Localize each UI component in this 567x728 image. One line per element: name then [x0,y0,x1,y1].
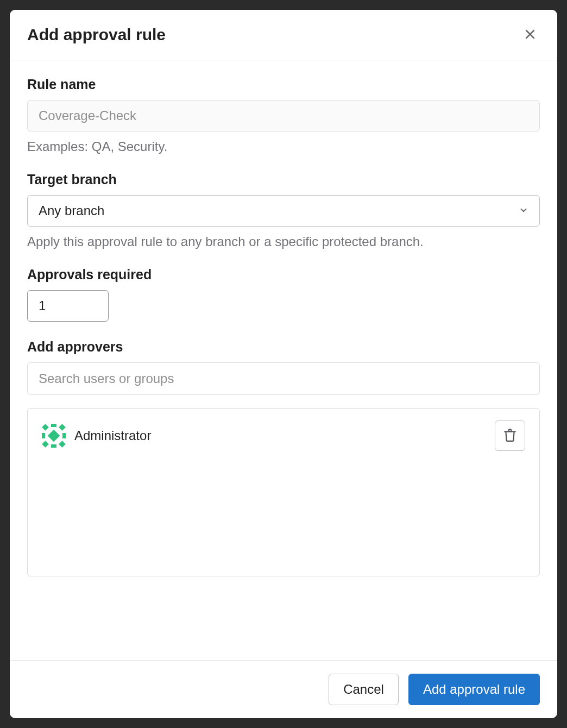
approver-info: Administrator [42,424,151,448]
svg-rect-9 [51,444,56,448]
avatar [42,424,66,448]
approver-name: Administrator [74,428,151,443]
approvals-required-label: Approvals required [27,267,540,283]
approvers-list: Administrator [27,408,540,576]
submit-button[interactable]: Add approval rule [408,674,540,705]
modal-title: Add approval rule [27,26,166,44]
target-branch-select-wrap: Any branch [27,195,540,227]
add-approval-rule-modal: Add approval rule Rule name Examples: QA… [10,10,557,718]
rule-name-group: Rule name Examples: QA, Security. [27,77,540,154]
target-branch-select[interactable]: Any branch [27,195,540,227]
rule-name-label: Rule name [27,77,540,92]
chevron-down-icon [519,203,528,218]
rule-name-input[interactable] [27,100,540,131]
modal-footer: Cancel Add approval rule [10,660,557,718]
rule-name-help: Examples: QA, Security. [27,139,540,154]
cancel-button[interactable]: Cancel [329,674,399,705]
remove-approver-button[interactable] [495,421,525,451]
modal-header: Add approval rule [10,10,557,60]
close-button[interactable] [520,25,540,45]
svg-rect-10 [42,433,45,438]
svg-rect-8 [51,424,56,427]
approvals-required-input[interactable] [27,290,109,322]
svg-rect-11 [62,433,66,438]
add-approvers-label: Add approvers [27,339,540,355]
add-approvers-group: Add approvers [27,339,540,576]
close-icon [524,28,537,42]
approvals-required-group: Approvals required [27,267,540,322]
target-branch-group: Target branch Any branch Apply this appr… [27,172,540,249]
modal-body: Rule name Examples: QA, Security. Target… [10,60,557,660]
approver-row: Administrator [42,421,525,451]
trash-icon [503,428,517,444]
target-branch-help: Apply this approval rule to any branch o… [27,234,540,249]
target-branch-value: Any branch [39,203,104,218]
target-branch-label: Target branch [27,172,540,187]
approvers-search-input[interactable] [27,362,540,395]
